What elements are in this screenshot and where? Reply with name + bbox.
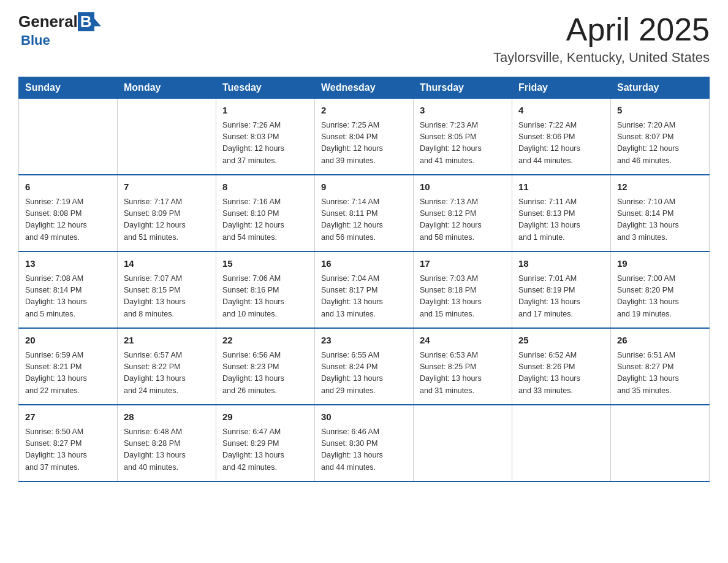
day-info: Sunrise: 7:11 AM Sunset: 8:13 PM Dayligh… [518,196,604,244]
day-number: 10 [420,180,506,194]
day-number: 8 [222,180,308,194]
day-number: 22 [222,334,308,348]
day-number: 4 [518,104,604,118]
day-info: Sunrise: 7:04 AM Sunset: 8:17 PM Dayligh… [321,273,407,321]
page-subtitle: Taylorsville, Kentucky, United States [493,50,710,66]
day-info: Sunrise: 7:22 AM Sunset: 8:06 PM Dayligh… [518,120,604,167]
calendar-cell: 23Sunrise: 6:55 AM Sunset: 8:24 PM Dayli… [315,328,414,405]
calendar-cell: 3Sunrise: 7:23 AM Sunset: 8:05 PM Daylig… [414,99,512,175]
day-number: 24 [420,334,506,348]
day-number: 20 [25,334,111,348]
calendar-cell: 30Sunrise: 6:46 AM Sunset: 8:30 PM Dayli… [315,405,414,481]
calendar-cell: 8Sunrise: 7:16 AM Sunset: 8:10 PM Daylig… [216,175,315,251]
calendar-cell: 10Sunrise: 7:13 AM Sunset: 8:12 PM Dayli… [414,175,512,251]
calendar-header-friday: Friday [512,77,611,99]
calendar-cell: 7Sunrise: 7:17 AM Sunset: 8:09 PM Daylig… [118,175,216,251]
day-number: 3 [420,104,506,118]
day-info: Sunrise: 7:08 AM Sunset: 8:14 PM Dayligh… [25,273,111,321]
day-number: 7 [124,180,210,194]
day-number: 19 [617,257,703,271]
calendar-cell: 11Sunrise: 7:11 AM Sunset: 8:13 PM Dayli… [512,175,611,251]
calendar-cell: 12Sunrise: 7:10 AM Sunset: 8:14 PM Dayli… [611,175,710,251]
day-info: Sunrise: 7:06 AM Sunset: 8:16 PM Dayligh… [222,273,308,321]
calendar-cell: 6Sunrise: 7:19 AM Sunset: 8:08 PM Daylig… [19,175,118,251]
calendar-cell: 29Sunrise: 6:47 AM Sunset: 8:29 PM Dayli… [216,405,315,481]
calendar-cell: 21Sunrise: 6:57 AM Sunset: 8:22 PM Dayli… [118,328,216,405]
day-info: Sunrise: 7:23 AM Sunset: 8:05 PM Dayligh… [420,120,506,167]
calendar-cell: 9Sunrise: 7:14 AM Sunset: 8:11 PM Daylig… [315,175,414,251]
calendar-week-row: 27Sunrise: 6:50 AM Sunset: 8:27 PM Dayli… [19,405,710,481]
calendar-cell: 17Sunrise: 7:03 AM Sunset: 8:18 PM Dayli… [414,251,512,328]
calendar-cell: 14Sunrise: 7:07 AM Sunset: 8:15 PM Dayli… [118,251,216,328]
day-number: 26 [617,334,703,348]
day-number: 28 [124,410,210,424]
calendar-cell [512,405,611,481]
day-number: 13 [25,257,111,271]
day-info: Sunrise: 7:00 AM Sunset: 8:20 PM Dayligh… [617,273,703,321]
day-info: Sunrise: 6:46 AM Sunset: 8:30 PM Dayligh… [321,426,407,474]
day-number: 15 [222,257,308,271]
calendar-cell [414,405,512,481]
calendar-header-tuesday: Tuesday [216,77,315,99]
calendar-cell [118,99,216,175]
day-number: 18 [518,257,604,271]
day-info: Sunrise: 6:50 AM Sunset: 8:27 PM Dayligh… [25,426,111,474]
day-number: 16 [321,257,407,271]
calendar-cell [19,99,118,175]
day-number: 27 [25,410,111,424]
day-number: 29 [222,410,308,424]
day-info: Sunrise: 6:52 AM Sunset: 8:26 PM Dayligh… [518,350,604,397]
day-info: Sunrise: 7:20 AM Sunset: 8:07 PM Dayligh… [617,120,703,167]
calendar-cell: 26Sunrise: 6:51 AM Sunset: 8:27 PM Dayli… [611,328,710,405]
calendar-cell: 18Sunrise: 7:01 AM Sunset: 8:19 PM Dayli… [512,251,611,328]
day-info: Sunrise: 7:19 AM Sunset: 8:08 PM Dayligh… [25,196,111,244]
day-info: Sunrise: 7:10 AM Sunset: 8:14 PM Dayligh… [617,196,703,244]
day-info: Sunrise: 7:17 AM Sunset: 8:09 PM Dayligh… [124,196,210,244]
day-info: Sunrise: 6:57 AM Sunset: 8:22 PM Dayligh… [124,350,210,397]
title-block: April 2025 Taylorsville, Kentucky, Unite… [493,12,710,66]
logo-general-text: General [18,12,78,31]
day-info: Sunrise: 6:53 AM Sunset: 8:25 PM Dayligh… [420,350,506,397]
calendar-cell: 13Sunrise: 7:08 AM Sunset: 8:14 PM Dayli… [19,251,118,328]
calendar-cell [611,405,710,481]
day-info: Sunrise: 6:51 AM Sunset: 8:27 PM Dayligh… [617,350,703,397]
calendar-cell: 15Sunrise: 7:06 AM Sunset: 8:16 PM Dayli… [216,251,315,328]
day-info: Sunrise: 7:14 AM Sunset: 8:11 PM Dayligh… [321,196,407,244]
calendar-cell: 1Sunrise: 7:26 AM Sunset: 8:03 PM Daylig… [216,99,315,175]
day-number: 30 [321,410,407,424]
day-number: 11 [518,180,604,194]
day-number: 23 [321,334,407,348]
calendar-header-sunday: Sunday [19,77,118,99]
logo-triangle-icon [94,18,101,26]
day-info: Sunrise: 6:56 AM Sunset: 8:23 PM Dayligh… [222,350,308,397]
day-number: 6 [25,180,111,194]
calendar-cell: 24Sunrise: 6:53 AM Sunset: 8:25 PM Dayli… [414,328,512,405]
logo-blue-text: B [78,12,94,31]
day-number: 9 [321,180,407,194]
calendar-cell: 27Sunrise: 6:50 AM Sunset: 8:27 PM Dayli… [19,405,118,481]
day-number: 25 [518,334,604,348]
calendar-week-row: 6Sunrise: 7:19 AM Sunset: 8:08 PM Daylig… [19,175,710,251]
day-info: Sunrise: 6:55 AM Sunset: 8:24 PM Dayligh… [321,350,407,397]
calendar-cell: 19Sunrise: 7:00 AM Sunset: 8:20 PM Dayli… [611,251,710,328]
day-number: 2 [321,104,407,118]
day-number: 12 [617,180,703,194]
calendar-header-row: SundayMondayTuesdayWednesdayThursdayFrid… [19,77,710,99]
calendar-cell: 22Sunrise: 6:56 AM Sunset: 8:23 PM Dayli… [216,328,315,405]
calendar-cell: 5Sunrise: 7:20 AM Sunset: 8:07 PM Daylig… [611,99,710,175]
calendar-week-row: 13Sunrise: 7:08 AM Sunset: 8:14 PM Dayli… [19,251,710,328]
day-info: Sunrise: 6:48 AM Sunset: 8:28 PM Dayligh… [124,426,210,474]
day-number: 17 [420,257,506,271]
page-header: General B Blue April 2025 Taylorsville, … [18,12,710,66]
calendar-header-wednesday: Wednesday [315,77,414,99]
day-info: Sunrise: 7:03 AM Sunset: 8:18 PM Dayligh… [420,273,506,321]
calendar-cell: 20Sunrise: 6:59 AM Sunset: 8:21 PM Dayli… [19,328,118,405]
day-info: Sunrise: 7:07 AM Sunset: 8:15 PM Dayligh… [124,273,210,321]
calendar-table: SundayMondayTuesdayWednesdayThursdayFrid… [18,77,710,482]
day-info: Sunrise: 7:26 AM Sunset: 8:03 PM Dayligh… [222,120,308,167]
calendar-cell: 4Sunrise: 7:22 AM Sunset: 8:06 PM Daylig… [512,99,611,175]
day-number: 1 [222,104,308,118]
calendar-week-row: 1Sunrise: 7:26 AM Sunset: 8:03 PM Daylig… [19,99,710,175]
day-info: Sunrise: 7:01 AM Sunset: 8:19 PM Dayligh… [518,273,604,321]
day-number: 14 [124,257,210,271]
